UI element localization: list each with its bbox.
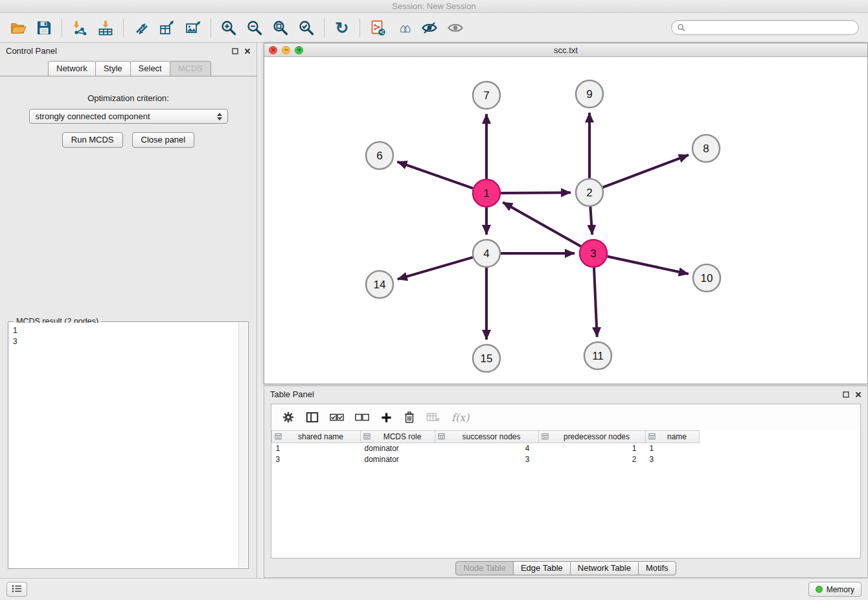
close-panel-button[interactable]: Close panel [132,132,195,148]
tab-mcds[interactable]: MCDS [170,61,211,76]
tab-style[interactable]: Style [95,61,131,76]
cell-predecessor-nodes[interactable]: 1 [539,443,646,454]
column-header-mcds-role[interactable]: MCDS role [361,431,435,443]
graph-node-11[interactable]: 11 [584,342,611,369]
edge-1-6[interactable] [397,162,473,189]
select-all-button[interactable] [330,413,344,422]
zoom-window-button[interactable] [295,46,303,54]
memory-button[interactable]: Memory [808,582,862,597]
float-panel-icon[interactable] [232,48,238,54]
refresh-button[interactable]: ↻ [329,16,355,40]
zoom-fit-button[interactable] [268,16,293,40]
details-eye-button[interactable] [442,16,468,40]
graph-node-7[interactable]: 7 [473,82,500,109]
optimization-criterion-select[interactable]: strongly connected component [29,109,228,124]
zoom-selected-button[interactable] [293,16,319,40]
node-label: 1 [483,187,489,200]
cell-shared-name[interactable]: 3 [272,454,361,465]
result-scrollbar[interactable] [238,323,247,568]
graph-node-9[interactable]: 9 [576,80,603,108]
network-arrows-button[interactable] [128,16,154,40]
window-traffic-lights [269,46,303,54]
node-table[interactable]: shared nameMCDS rolesuccessor nodesprede… [271,430,860,558]
gear-icon [282,411,295,424]
control-panel-header: Control Panel [0,43,257,59]
zoom-in-button[interactable] [216,16,242,40]
unselect-all-button[interactable] [355,413,369,422]
panel-list-button[interactable] [6,582,27,597]
network-canvas-container[interactable]: 7968124314101511 [264,57,867,384]
open-session-icon [10,19,27,36]
edge-4-14[interactable] [398,257,473,279]
graph-node-8[interactable]: 8 [692,135,720,162]
zoom-out-button[interactable] [242,16,268,40]
run-mcds-button[interactable]: Run MCDS [62,132,123,148]
function-builder-button[interactable]: f(x) [451,411,469,424]
export-table-button[interactable] [154,16,180,40]
export-image-button[interactable] [180,16,206,40]
column-header-shared-name[interactable]: shared name [272,431,361,443]
column-header-predecessor-nodes[interactable]: predecessor nodes [539,431,646,443]
cell-successor-nodes[interactable]: 3 [435,454,539,465]
cell-mcds-role[interactable]: dominator [361,443,435,454]
graph-node-15[interactable]: 15 [473,345,500,372]
tab-motifs[interactable]: Motifs [638,561,676,575]
table-panel: Table Panel f(x) shared nameMCDS rolesuc… [264,386,868,578]
style-eye-button[interactable] [417,16,442,40]
node-table-container: f(x) shared nameMCDS rolesuccessor nodes… [271,404,861,559]
graph-node-3[interactable]: 3 [580,240,607,267]
zoom-in-icon [220,19,237,36]
column-header-name[interactable]: name [646,431,700,443]
table-row-1[interactable]: 1dominator411 [272,443,861,454]
graph-node-6[interactable]: 6 [366,142,393,169]
network-window-titlebar[interactable]: scc.txt [264,43,867,57]
toolbar-separator [324,18,325,38]
gear-button[interactable] [282,411,295,424]
save-session-button[interactable] [31,16,57,40]
tab-node-table[interactable]: Node Table [455,561,514,575]
tab-network[interactable]: Network [48,61,96,76]
open-session-button[interactable] [5,16,31,40]
tab-edge-table[interactable]: Edge Table [513,561,571,575]
search-box[interactable] [671,20,859,35]
table-panel-header: Table Panel [264,386,867,402]
add-row-button[interactable] [380,411,393,424]
delete-table-button[interactable] [426,412,440,423]
search-input[interactable] [689,22,853,33]
minimize-window-button[interactable] [282,46,290,54]
cell-shared-name[interactable]: 1 [272,443,361,454]
edge-3-11[interactable] [594,268,597,337]
graph-node-4[interactable]: 4 [473,240,500,267]
split-panel-button[interactable] [306,411,319,424]
graph-node-1[interactable]: 1 [473,179,500,207]
column-header-successor-nodes[interactable]: successor nodes [435,431,539,443]
network-graph[interactable]: 7968124314101511 [264,57,867,384]
home-button[interactable]: ⌂⌂ [391,16,417,40]
edge-2-8[interactable] [603,155,689,187]
mcds-result-list[interactable]: 13 [9,323,238,568]
graph-node-10[interactable]: 10 [693,264,720,292]
cell-successor-nodes[interactable]: 4 [435,443,539,454]
float-table-panel-icon[interactable] [843,391,849,398]
close-panel-icon[interactable] [244,48,251,54]
tab-network-table[interactable]: Network Table [570,561,639,575]
table-row-2[interactable]: 3dominator323 [272,454,861,465]
combo-arrows-icon [217,113,222,121]
tab-select[interactable]: Select [130,61,170,76]
cell-name[interactable]: 3 [646,454,700,465]
edge-2-3[interactable] [590,207,592,235]
network-document-button[interactable] [365,16,391,40]
close-window-button[interactable] [269,46,277,54]
edge-1-2[interactable] [501,192,571,193]
edge-3-1[interactable] [503,202,581,246]
import-network-button[interactable] [67,16,93,40]
edge-3-10[interactable] [608,257,689,274]
delete-row-button[interactable] [404,411,415,424]
graph-node-2[interactable]: 2 [576,179,603,206]
cell-predecessor-nodes[interactable]: 2 [539,454,646,465]
cell-mcds-role[interactable]: dominator [361,454,435,465]
graph-node-14[interactable]: 14 [366,271,393,298]
close-table-panel-icon[interactable] [855,391,862,398]
cell-name[interactable]: 1 [646,443,700,454]
import-table-button[interactable] [93,16,119,40]
